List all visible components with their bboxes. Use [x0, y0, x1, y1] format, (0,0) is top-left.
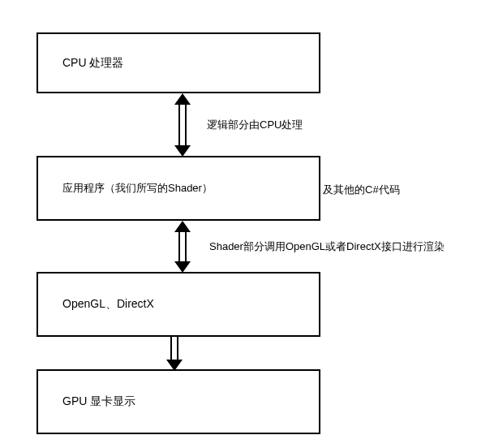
svg-marker-3	[174, 145, 191, 157]
box-app: 应用程序（我们所写的Shader）	[37, 156, 320, 221]
arrow-bidirectional-1	[170, 93, 195, 157]
box-api: OpenGL、DirectX	[37, 272, 320, 337]
box-gpu-label: GPU 显卡显示	[62, 394, 135, 409]
svg-marker-2	[174, 93, 191, 105]
box-gpu: GPU 显卡显示	[37, 369, 320, 434]
label-shader: Shader部分调用OpenGL或者DirectX接口进行渲染	[209, 239, 445, 254]
box-cpu-label: CPU 处理器	[62, 56, 123, 71]
arrow-bidirectional-2	[170, 221, 195, 273]
box-app-suffix: 及其他的C#代码	[323, 183, 400, 197]
arrow-down-1	[162, 337, 187, 371]
box-app-label: 应用程序（我们所写的Shader）	[62, 181, 213, 196]
label-logic: 逻辑部分由CPU处理	[207, 118, 303, 132]
svg-marker-6	[174, 221, 191, 232]
box-api-label: OpenGL、DirectX	[62, 297, 154, 312]
box-cpu: CPU 处理器	[37, 32, 320, 93]
svg-marker-7	[174, 261, 191, 273]
